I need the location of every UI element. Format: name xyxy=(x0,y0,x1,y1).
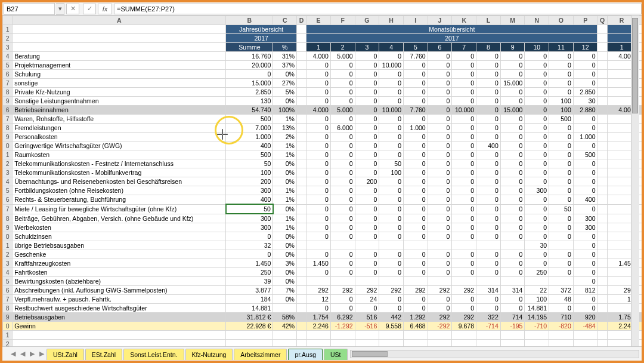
cell-month[interactable]: 0 xyxy=(428,115,452,124)
cell-month[interactable]: 0 xyxy=(476,204,501,214)
cell-month[interactable]: 0 xyxy=(428,159,452,168)
cell-month[interactable] xyxy=(500,277,525,286)
cell-sum[interactable]: 22.928 € xyxy=(226,322,273,331)
cell-pct[interactable]: 0% xyxy=(273,277,297,286)
cell-sum[interactable]: 400 xyxy=(226,195,273,205)
cell-month[interactable]: 2.850 xyxy=(573,88,597,97)
sheet-tab[interactable]: ESt.Zahl xyxy=(85,349,122,360)
row-header[interactable]: 2 xyxy=(3,250,13,259)
cell-label[interactable]: Private Kfz-Nutzung xyxy=(13,88,226,97)
cell-month[interactable]: 0 xyxy=(330,259,355,268)
cell-month[interactable]: 0 xyxy=(573,115,597,124)
row-header[interactable]: 7 xyxy=(3,115,13,124)
cell-month[interactable]: 0 xyxy=(355,168,379,177)
cell-month[interactable]: 0 xyxy=(500,195,525,205)
cell-month[interactable] xyxy=(452,241,476,250)
cell-sum[interactable]: 400 xyxy=(226,141,273,150)
cell-month[interactable]: 0 xyxy=(379,295,404,304)
row-header[interactable]: 9 xyxy=(3,223,13,232)
cell-month[interactable]: 15.000 xyxy=(500,79,525,88)
cell-month[interactable]: 516 xyxy=(355,313,379,322)
cell-month[interactable]: 0 xyxy=(476,195,501,205)
cell-label[interactable]: Raumkosten xyxy=(13,150,226,159)
cell-label[interactable]: Schuldzinsen xyxy=(13,232,226,241)
cell-label[interactable]: Beratung xyxy=(13,52,226,61)
cell-month[interactable]: 0 xyxy=(306,304,331,313)
cell-month[interactable]: 0 xyxy=(428,133,452,141)
cell-month[interactable]: 0 xyxy=(525,70,549,79)
cell-month[interactable] xyxy=(549,331,574,340)
cell-month[interactable]: 10.000 xyxy=(379,106,404,115)
cell-month[interactable]: 0 xyxy=(428,124,452,133)
cell-month[interactable]: 292 xyxy=(403,286,428,295)
cell-month[interactable]: 0 xyxy=(573,168,597,177)
cell-month[interactable]: 0 xyxy=(306,268,331,277)
cell-month[interactable]: 0 xyxy=(330,61,355,70)
cell-month[interactable]: 0 xyxy=(403,268,428,277)
row-header[interactable]: 1 xyxy=(3,150,13,159)
cell-month[interactable]: 0 xyxy=(525,168,549,177)
cell-month[interactable] xyxy=(403,241,428,250)
cell-month[interactable]: 12 xyxy=(306,295,331,304)
cell-pct[interactable]: 3% xyxy=(273,259,297,268)
cell-month[interactable] xyxy=(573,340,597,347)
cell-month[interactable]: 322 xyxy=(476,313,501,322)
cell-month[interactable]: 0 xyxy=(500,214,525,223)
cell-month[interactable]: 1.000 xyxy=(403,124,428,133)
cell-month[interactable]: 0 xyxy=(428,52,452,61)
cell-month[interactable]: 0 xyxy=(452,141,476,150)
cell-month[interactable]: 0 xyxy=(476,250,501,259)
horizontal-scrollbar[interactable] xyxy=(350,350,639,358)
column-header[interactable]: P xyxy=(573,16,597,25)
cell-month[interactable]: 0 xyxy=(306,214,331,223)
cell-month[interactable]: 0 xyxy=(403,223,428,232)
cell-month[interactable] xyxy=(355,277,379,286)
cell-month[interactable]: 0 xyxy=(476,88,501,97)
cell-month[interactable]: 442 xyxy=(379,313,404,322)
cell-month[interactable] xyxy=(355,331,379,340)
cell-month[interactable]: 0 xyxy=(330,304,355,313)
cell-sum[interactable]: 39 xyxy=(226,277,273,286)
cell-month[interactable]: 0 xyxy=(573,241,597,250)
cell-month[interactable] xyxy=(428,241,452,250)
cell-month[interactable]: 0 xyxy=(428,61,452,70)
cell-month[interactable]: 400 xyxy=(573,195,597,205)
row-header[interactable]: 0 xyxy=(3,232,13,241)
cell-month[interactable]: 0 xyxy=(403,232,428,241)
cell-label[interactable]: übrige Betriebsausgaben xyxy=(13,241,226,250)
cell-pct[interactable]: 1% xyxy=(273,150,297,159)
vertical-scroll-thumb[interactable] xyxy=(632,18,638,113)
cell-month[interactable] xyxy=(355,241,379,250)
cancel-icon[interactable]: ✕ xyxy=(66,4,79,14)
cell-month[interactable]: 0 xyxy=(573,79,597,88)
cell-label[interactable]: Betriebseinnahmen xyxy=(13,106,226,115)
cell-month[interactable]: 0 xyxy=(525,150,549,159)
cell-month[interactable]: 0 xyxy=(379,177,404,186)
cell-month[interactable]: 0 xyxy=(403,97,428,106)
cell-month[interactable]: -820 xyxy=(549,322,574,331)
cell-month[interactable] xyxy=(476,331,501,340)
cell-month[interactable]: 0 xyxy=(330,268,355,277)
cell-month[interactable]: 50 xyxy=(549,204,574,214)
cell-month[interactable]: 0 xyxy=(306,150,331,159)
cell-month[interactable]: 0 xyxy=(428,204,452,214)
cell-label[interactable]: Fremdleistungen xyxy=(13,124,226,133)
cell-month[interactable]: 0 xyxy=(428,195,452,205)
row-header[interactable]: 0 xyxy=(3,322,13,331)
cell-month[interactable]: 0 xyxy=(452,52,476,61)
cell-month[interactable]: 0 xyxy=(500,232,525,241)
cell-month[interactable]: 0 xyxy=(379,70,404,79)
cell-month[interactable] xyxy=(452,331,476,340)
cell-month[interactable]: 0 xyxy=(525,250,549,259)
cell-month[interactable]: 0 xyxy=(355,61,379,70)
cell-month[interactable]: 0 xyxy=(549,214,574,223)
cell-sum[interactable]: 1.450 xyxy=(226,259,273,268)
cell-month[interactable]: 0 xyxy=(306,232,331,241)
cell-sum[interactable]: 500 xyxy=(226,150,273,159)
row-header[interactable]: 6 xyxy=(3,106,13,115)
cell-label[interactable] xyxy=(13,331,226,340)
cell-pct[interactable]: 1% xyxy=(273,115,297,124)
cell-month[interactable]: 0 xyxy=(500,177,525,186)
cell-pct[interactable]: 1% xyxy=(273,141,297,150)
cell-month[interactable]: 0 xyxy=(428,79,452,88)
